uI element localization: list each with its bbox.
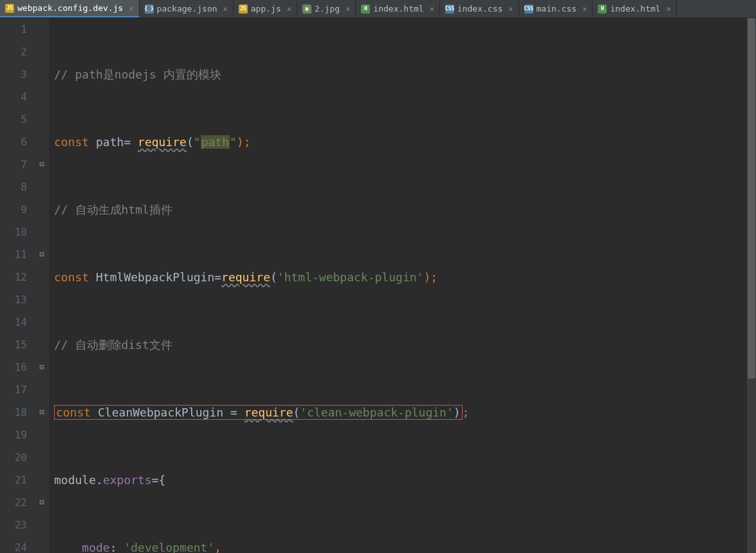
- js-file-icon: JS: [5, 4, 14, 13]
- line-number-gutter: 123456789101112131415161718192021222324: [0, 18, 35, 553]
- fold-toggle-icon[interactable]: ⊟: [35, 356, 49, 379]
- tab-label: webpack.config.dev.js: [17, 3, 123, 13]
- fold-spacer: [35, 536, 49, 553]
- tab-label: package.json: [157, 4, 217, 14]
- fold-spacer: [35, 514, 49, 536]
- line-number: 18: [0, 401, 27, 424]
- fold-spacer: [35, 469, 49, 491]
- code-line: // 自动删除dist文件: [54, 333, 756, 356]
- line-number: 23: [0, 514, 27, 536]
- close-icon[interactable]: ×: [506, 5, 513, 14]
- html-file-icon: H: [361, 5, 370, 14]
- code-line: mode: 'development',: [54, 536, 756, 553]
- code-line: // path是nodejs 内置的模块: [54, 63, 756, 86]
- css-file-icon: CSS: [524, 5, 533, 14]
- tab-app-js[interactable]: JSapp.js×: [234, 0, 297, 17]
- line-number: 1: [0, 18, 27, 41]
- line-number: 11: [0, 243, 27, 266]
- line-number: 20: [0, 446, 27, 469]
- line-number: 10: [0, 221, 27, 243]
- line-number: 2: [0, 41, 27, 63]
- img-file-icon: ▣: [302, 5, 311, 14]
- fold-toggle-icon[interactable]: ⊟: [35, 491, 49, 514]
- scrollbar-thumb[interactable]: [748, 18, 755, 379]
- tab-label: main.css: [537, 4, 577, 14]
- vertical-scrollbar[interactable]: [747, 18, 756, 553]
- close-icon[interactable]: ×: [343, 5, 350, 14]
- fold-spacer: [35, 379, 49, 401]
- code-line: const CleanWebpackPlugin = require('clea…: [54, 401, 756, 424]
- fold-spacer: [35, 424, 49, 446]
- fold-toggle-icon[interactable]: ⊟: [35, 401, 49, 424]
- fold-spacer: [35, 333, 49, 356]
- tab-index-html[interactable]: Hindex.html×: [593, 0, 677, 17]
- close-icon[interactable]: ×: [221, 5, 228, 14]
- code-editor[interactable]: // path是nodejs 内置的模块 const path= require…: [49, 18, 756, 553]
- fold-spacer: [35, 288, 49, 311]
- html-file-icon: H: [598, 5, 607, 14]
- tab-webpack-config-dev-js[interactable]: JSwebpack.config.dev.js×: [0, 0, 140, 17]
- fold-spacer: [35, 86, 49, 108]
- line-number: 7: [0, 153, 27, 176]
- tab-2-jpg[interactable]: ▣2.jpg×: [297, 0, 356, 17]
- line-number: 12: [0, 266, 27, 288]
- close-icon[interactable]: ×: [126, 4, 133, 13]
- editor-area: 123456789101112131415161718192021222324 …: [0, 18, 756, 553]
- code-line: const HtmlWebpackPlugin=require('html-we…: [54, 266, 756, 288]
- line-number: 4: [0, 86, 27, 108]
- tab-label: index.css: [457, 4, 502, 14]
- tab-main-css[interactable]: CSSmain.css×: [519, 0, 593, 17]
- line-number: 16: [0, 356, 27, 379]
- line-number: 14: [0, 311, 27, 333]
- fold-spacer: [35, 311, 49, 333]
- close-icon[interactable]: ×: [284, 5, 291, 14]
- tab-label: index.html: [373, 4, 423, 14]
- css-file-icon: CSS: [445, 5, 454, 14]
- comment: // path是nodejs 内置的模块: [54, 68, 221, 81]
- line-number: 24: [0, 536, 27, 553]
- fold-spacer: [35, 108, 49, 131]
- fold-spacer: [35, 198, 49, 221]
- tab-index-css[interactable]: CSSindex.css×: [440, 0, 519, 17]
- line-number: 8: [0, 176, 27, 198]
- line-number: 22: [0, 491, 27, 514]
- close-icon[interactable]: ×: [427, 5, 434, 14]
- tab-index-html[interactable]: Hindex.html×: [356, 0, 440, 17]
- json-file-icon: { }: [145, 5, 154, 14]
- line-number: 6: [0, 131, 27, 153]
- line-number: 3: [0, 63, 27, 86]
- fold-spacer: [35, 176, 49, 198]
- fold-spacer: [35, 446, 49, 469]
- code-line: module.exports={: [49, 469, 756, 491]
- fold-spacer: [35, 18, 49, 41]
- line-number: 21: [0, 469, 27, 491]
- highlight-box: const CleanWebpackPlugin = require('clea…: [54, 405, 463, 420]
- line-number: 15: [0, 333, 27, 356]
- js-file-icon: JS: [239, 5, 248, 14]
- tab-package-json[interactable]: { }package.json×: [140, 0, 234, 17]
- fold-toggle-icon[interactable]: ⊟: [35, 243, 49, 266]
- tab-label: index.html: [610, 4, 660, 14]
- code-line: // 自动生成html插件: [54, 198, 756, 221]
- fold-spacer: [35, 41, 49, 63]
- close-icon[interactable]: ×: [664, 5, 671, 14]
- fold-toggle-icon[interactable]: ⊟: [35, 153, 49, 176]
- tab-label: 2.jpg: [315, 4, 340, 14]
- close-icon[interactable]: ×: [580, 5, 587, 14]
- line-number: 13: [0, 288, 27, 311]
- tab-label: app.js: [251, 4, 281, 14]
- line-number: 19: [0, 424, 27, 446]
- fold-spacer: [35, 266, 49, 288]
- line-number: 17: [0, 379, 27, 401]
- fold-gutter: ⊟ ⊟ ⊟ ⊟ ⊟: [35, 18, 49, 553]
- line-number: 5: [0, 108, 27, 131]
- fold-spacer: [35, 63, 49, 86]
- tab-bar: JSwebpack.config.dev.js×{ }package.json×…: [0, 0, 756, 18]
- code-line: const path= require("path");: [54, 131, 756, 153]
- fold-spacer: [35, 131, 49, 153]
- line-number: 9: [0, 198, 27, 221]
- fold-spacer: [35, 221, 49, 243]
